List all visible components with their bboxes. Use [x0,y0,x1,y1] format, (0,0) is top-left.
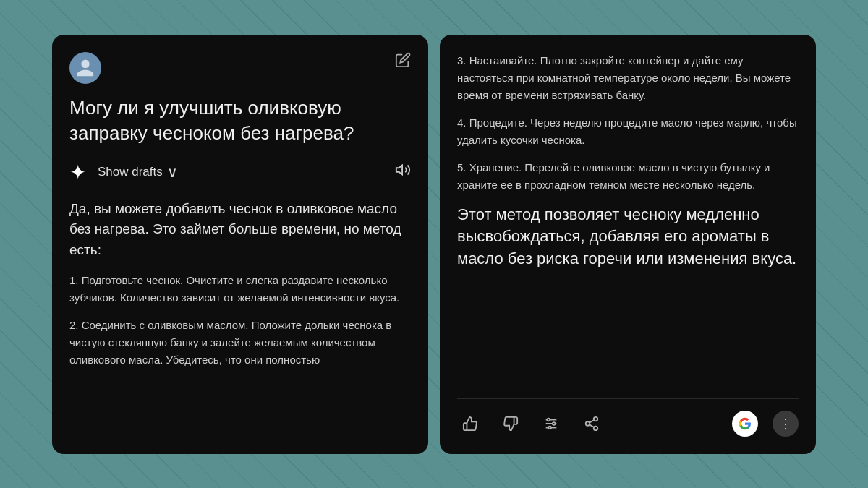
svg-line-10 [590,424,594,427]
more-icon: ⋮ [779,416,792,432]
show-drafts-label: Show drafts [98,165,163,179]
thumbs-down-button[interactable] [498,411,524,437]
response-intro: Да, вы можете добавить чеснок в оливково… [69,199,411,261]
person-icon [75,58,95,78]
response-steps: 1. Подготовьте чеснок. Очистите и слегка… [69,272,411,369]
google-icon [739,417,752,430]
card-header [69,52,411,84]
thumbs-up-button[interactable] [457,411,483,437]
volume-icon[interactable] [395,162,411,182]
action-bar: ⋮ [457,398,799,437]
left-card: Могу ли я улучшить оливковую заправку че… [52,35,428,454]
question-text: Могу ли я улучшить оливковую заправку че… [69,95,411,146]
more-options-button[interactable]: ⋮ [773,411,799,437]
svg-point-9 [594,426,598,430]
right-card: 3. Настаивайте. Плотно закройте контейне… [440,35,816,454]
share-button[interactable] [579,411,605,437]
step-2: 2. Соединить с оливковым маслом. Положит… [69,317,411,369]
settings-button[interactable] [538,411,564,437]
svg-line-11 [590,419,594,422]
step-5: 5. Хранение. Перелейте оливковое масло в… [457,159,799,194]
pencil-svg [395,52,411,68]
edit-icon[interactable] [395,52,411,72]
step-4: 4. Процедите. Через неделю процедите мас… [457,114,799,149]
svg-point-7 [594,416,598,421]
step-3: 3. Настаивайте. Плотно закройте контейне… [457,52,799,104]
avatar [69,52,101,84]
chevron-down-icon: ∨ [167,163,178,181]
sparkle-icon: ✦ [69,160,86,184]
svg-point-6 [548,426,551,429]
google-button[interactable] [732,411,758,437]
svg-point-5 [553,422,556,425]
svg-point-4 [548,418,550,421]
highlight-text: Этот метод позволяет чесноку медленно вы… [457,204,799,270]
show-drafts-button[interactable]: Show drafts ∨ [98,163,178,181]
step-1: 1. Подготовьте чеснок. Очистите и слегка… [69,272,411,307]
right-card-content: 3. Настаивайте. Плотно закройте контейне… [457,52,799,398]
response-controls: ✦ Show drafts ∨ [69,160,411,184]
svg-point-8 [586,421,590,426]
svg-marker-0 [396,166,402,175]
